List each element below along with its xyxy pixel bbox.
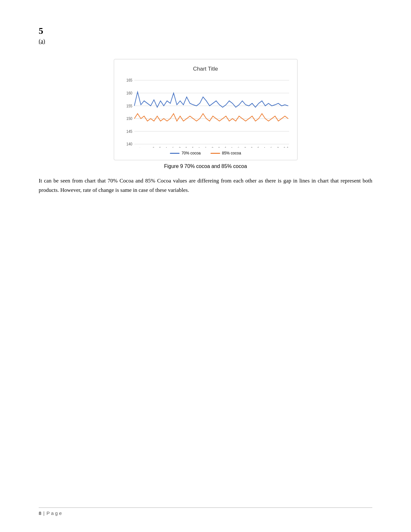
svg-text:9: 9	[145, 147, 148, 148]
svg-text:49: 49	[210, 146, 214, 148]
svg-text:61: 61	[229, 146, 234, 148]
figure-caption: Figure 9 70% cocoa and 85% cocoa	[39, 163, 372, 169]
svg-text:73: 73	[249, 146, 254, 148]
chart-svg: 165 160 155 150 145 140 1	[121, 77, 291, 148]
legend-label-series1: 70% cocoa	[181, 151, 201, 155]
svg-text:69: 69	[242, 146, 247, 148]
svg-text:155: 155	[126, 103, 132, 108]
section-number: 5	[39, 26, 372, 36]
chart-area: 165 160 155 150 145 140 1	[121, 77, 291, 148]
legend-label-series2: 85% cocoa	[222, 151, 241, 155]
svg-text:150: 150	[126, 116, 132, 121]
chart-container: Chart Title 165 160 155 150 145	[114, 59, 298, 160]
legend-item-series1: 70% cocoa	[170, 151, 201, 155]
svg-text:41: 41	[197, 146, 201, 148]
svg-text:13: 13	[151, 146, 155, 148]
page-separator: |	[43, 510, 44, 516]
svg-text:160: 160	[126, 91, 132, 95]
legend-item-series2: 85% cocoa	[210, 151, 241, 155]
svg-text:25: 25	[170, 146, 175, 148]
svg-text:57: 57	[223, 146, 228, 148]
svg-text:145: 145	[126, 129, 132, 133]
page-number: 8	[39, 510, 41, 516]
svg-text:5: 5	[138, 147, 142, 148]
svg-text:53: 53	[216, 146, 221, 148]
svg-text:77: 77	[255, 146, 260, 148]
svg-text:89: 89	[275, 146, 280, 148]
legend-line-series2	[210, 153, 220, 154]
svg-text:29: 29	[177, 146, 182, 148]
svg-text:33: 33	[183, 146, 188, 148]
chart-legend: 70% cocoa 85% cocoa	[121, 151, 291, 155]
series1-line	[134, 92, 288, 107]
svg-text:65: 65	[236, 146, 240, 148]
body-paragraph: It can be seen from chart that 70% Cocoa…	[39, 176, 372, 195]
page-label: P a g e	[46, 510, 62, 516]
chart-title: Chart Title	[121, 66, 291, 72]
svg-text:37: 37	[190, 146, 195, 148]
svg-text:45: 45	[203, 146, 208, 148]
svg-text:85: 85	[269, 146, 273, 148]
svg-text:97: 97	[285, 146, 290, 148]
svg-text:140: 140	[126, 142, 132, 146]
page-footer: 8 | P a g e	[39, 507, 372, 516]
series2-line	[134, 113, 288, 121]
svg-text:1: 1	[132, 147, 135, 148]
legend-line-series1	[170, 153, 180, 154]
svg-text:165: 165	[126, 78, 132, 83]
sub-label: (a)	[39, 38, 372, 45]
svg-text:21: 21	[164, 146, 169, 148]
svg-text:17: 17	[157, 146, 162, 148]
svg-text:81: 81	[262, 146, 267, 148]
